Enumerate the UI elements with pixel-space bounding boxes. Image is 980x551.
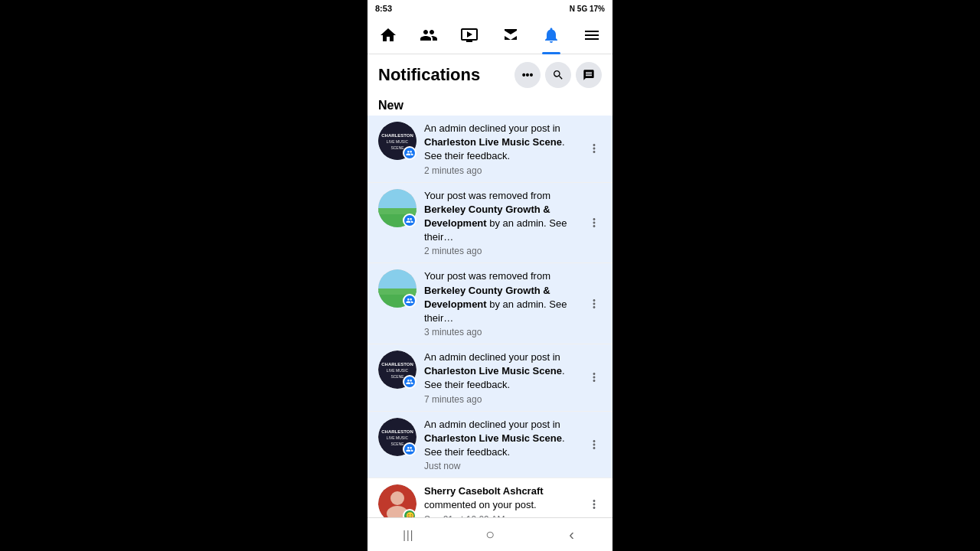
notif-time: 7 minutes ago — [424, 394, 583, 405]
nav-watch[interactable] — [456, 21, 483, 49]
notif-text: Your post was removed from Berkeley Coun… — [424, 269, 583, 325]
more-options-button[interactable]: ••• — [514, 62, 541, 88]
notification-item[interactable]: Your post was removed from Berkeley Coun… — [368, 263, 612, 344]
nav-marketplace[interactable] — [497, 21, 524, 49]
bottom-recents-button[interactable]: ||| — [393, 524, 423, 546]
avatar-wrap: CHARLESTON LIVE MUSIC SCENE — [378, 418, 416, 456]
notif-text: An admin declined your post in Charlesto… — [424, 122, 583, 164]
group-badge — [403, 214, 416, 227]
group-badge — [403, 442, 416, 456]
bottom-nav: ||| ○ ‹ — [368, 517, 612, 551]
svg-text:SCENE: SCENE — [390, 145, 404, 150]
phone-frame: 8:53 N 5G 17% Notifications — [368, 0, 612, 551]
back-icon: ‹ — [569, 526, 574, 543]
bottom-home-button[interactable]: ○ — [475, 524, 505, 546]
notif-content: Your post was removed from Berkeley Coun… — [424, 269, 602, 337]
notif-content: An admin declined your post in Charlesto… — [424, 418, 602, 472]
notif-more-button[interactable] — [583, 367, 605, 388]
group-badge — [403, 146, 416, 160]
svg-text:CHARLESTON: CHARLESTON — [381, 133, 413, 138]
svg-text:CHARLESTON: CHARLESTON — [381, 429, 413, 434]
status-signal: N 5G 17% — [570, 5, 605, 13]
notif-time: 2 minutes ago — [424, 246, 583, 256]
notification-item[interactable]: Your post was removed from Berkeley Coun… — [368, 183, 612, 264]
notif-content: Sherry Casebolt Ashcraft commented on yo… — [424, 484, 602, 517]
notifications-list[interactable]: CHARLESTON LIVE MUSIC SCENE An admin dec… — [368, 116, 612, 517]
bottom-back-button[interactable]: ‹ — [557, 524, 587, 546]
section-new-label: New — [368, 93, 612, 116]
group-badge — [403, 375, 416, 389]
notif-more-button[interactable] — [583, 494, 605, 515]
notif-time: 3 minutes ago — [424, 327, 583, 337]
search-button[interactable] — [545, 62, 571, 88]
notif-more-button[interactable] — [583, 138, 605, 159]
notif-more-button[interactable] — [583, 434, 605, 455]
reaction-badge: 😊 — [403, 509, 416, 517]
avatar-wrap — [378, 269, 416, 308]
nav-notifications[interactable] — [537, 21, 565, 49]
notif-more-button[interactable] — [583, 212, 605, 233]
notification-item[interactable]: CHARLESTON LIVE MUSIC SCENE An admin dec… — [368, 412, 612, 479]
more-dots-icon: ••• — [522, 69, 534, 81]
notif-time: Sep 21 at 10:09 AM — [424, 514, 583, 517]
notif-text: An admin declined your post in Charlesto… — [424, 418, 583, 460]
avatar-wrap: CHARLESTON LIVE MUSIC SCENE — [378, 122, 416, 160]
notif-text: An admin declined your post in Charlesto… — [424, 350, 583, 393]
notif-text: Sherry Casebolt Ashcraft commented on yo… — [424, 484, 583, 512]
notif-time: 2 minutes ago — [424, 165, 583, 176]
page-header: Notifications ••• — [368, 54, 612, 93]
recents-icon: ||| — [403, 529, 413, 541]
nav-friends[interactable] — [415, 21, 443, 49]
notif-content: An admin declined your post in Charlesto… — [424, 350, 602, 405]
svg-text:LIVE MUSIC: LIVE MUSIC — [387, 368, 409, 373]
notif-time: Just now — [424, 461, 583, 471]
notification-item[interactable]: CHARLESTON LIVE MUSIC SCENE An admin dec… — [368, 116, 612, 183]
status-time: 8:53 — [375, 4, 392, 13]
status-icons: N 5G 17% — [570, 5, 605, 13]
notification-item[interactable]: CHARLESTON LIVE MUSIC SCENE An admin dec… — [368, 344, 612, 412]
avatar-wrap — [378, 189, 416, 227]
status-bar: 8:53 N 5G 17% — [368, 0, 612, 17]
notification-item[interactable]: 😊 Sherry Casebolt Ashcraft commented on … — [368, 478, 612, 517]
nav-menu[interactable] — [578, 21, 606, 49]
header-actions: ••• — [514, 62, 602, 88]
messenger-button[interactable] — [576, 62, 602, 88]
avatar-wrap: CHARLESTON LIVE MUSIC SCENE — [378, 350, 416, 389]
svg-text:SCENE: SCENE — [390, 374, 404, 379]
notif-content: Your post was removed from Berkeley Coun… — [424, 189, 602, 257]
notif-more-button[interactable] — [583, 293, 605, 315]
svg-text:LIVE MUSIC: LIVE MUSIC — [387, 435, 409, 440]
svg-text:LIVE MUSIC: LIVE MUSIC — [387, 139, 409, 144]
group-badge — [403, 294, 416, 308]
svg-point-19 — [390, 491, 404, 505]
avatar-wrap: 😊 — [378, 484, 416, 517]
svg-text:SCENE: SCENE — [390, 442, 404, 446]
notif-text: Your post was removed from Berkeley Coun… — [424, 189, 583, 245]
page-title: Notifications — [378, 65, 480, 85]
home-icon: ○ — [485, 526, 495, 543]
svg-text:CHARLESTON: CHARLESTON — [381, 362, 413, 367]
notif-content: An admin declined your post in Charlesto… — [424, 122, 602, 176]
nav-bar — [368, 17, 612, 54]
nav-home[interactable] — [374, 21, 402, 49]
